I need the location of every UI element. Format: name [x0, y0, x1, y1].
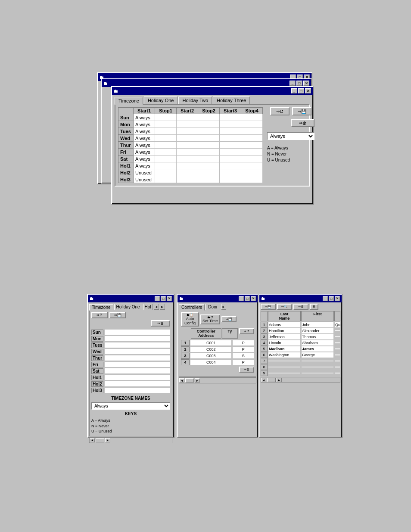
stop1-cell[interactable]: [155, 169, 177, 176]
start2-cell[interactable]: [177, 176, 198, 183]
stop1-cell[interactable]: [155, 142, 177, 149]
start3-cell[interactable]: [220, 121, 241, 128]
extra-button-cards[interactable]: E: [310, 304, 318, 310]
stop4-cell[interactable]: [241, 176, 263, 183]
scroll-right-cards[interactable]: ►: [277, 378, 282, 382]
day-item[interactable]: Sun: [91, 329, 170, 335]
stop4-cell[interactable]: [241, 162, 263, 169]
stop1-cell[interactable]: [155, 176, 177, 183]
close-btn[interactable]: ✕: [303, 81, 309, 86]
maximize-btn[interactable]: □: [329, 296, 334, 301]
start1-cell[interactable]: Always: [134, 135, 155, 142]
close-btn[interactable]: ✕: [251, 296, 256, 301]
start3-cell[interactable]: [220, 169, 241, 176]
stop2-cell[interactable]: [198, 149, 220, 156]
start1-cell[interactable]: Always: [134, 121, 155, 128]
start3-cell[interactable]: [220, 142, 241, 149]
save-button[interactable]: ⇒💾: [292, 107, 311, 115]
close-btn[interactable]: ✕: [335, 296, 340, 301]
tab-holiday-one-bottom[interactable]: Holiday One: [114, 304, 142, 310]
void-button-cards[interactable]: ⇔🔍: [277, 304, 292, 310]
stop1-cell[interactable]: [155, 135, 177, 142]
stop2-cell[interactable]: [198, 169, 220, 176]
day-item[interactable]: Fri: [91, 361, 170, 367]
stop2-cell[interactable]: [198, 128, 220, 135]
day-item[interactable]: Sat: [91, 368, 170, 374]
tab-holiday-one[interactable]: Holiday One: [144, 96, 178, 104]
delete-button-sys[interactable]: ⇒🗑: [239, 367, 254, 373]
save-button-sys[interactable]: ⇒💾: [221, 316, 237, 322]
start1-cell[interactable]: Always: [134, 156, 155, 162]
tab-timezone-bottom[interactable]: Timezone: [89, 304, 113, 311]
start3-cell[interactable]: [220, 176, 241, 183]
stop2-cell[interactable]: [198, 162, 220, 169]
minimize-btn[interactable]: _: [155, 296, 160, 301]
start2-cell[interactable]: [177, 162, 198, 169]
day-item[interactable]: Mon: [91, 336, 170, 342]
scroll-right-sys[interactable]: ►: [195, 378, 200, 383]
start2-cell[interactable]: [177, 114, 198, 121]
start3-cell[interactable]: [220, 162, 241, 169]
day-item[interactable]: Wed: [91, 348, 170, 355]
scroll-right-btn[interactable]: ►: [105, 438, 110, 442]
stop2-cell[interactable]: [198, 156, 220, 162]
stop4-cell[interactable]: [241, 142, 263, 149]
start2-cell[interactable]: [177, 121, 198, 128]
maximize-btn[interactable]: □: [245, 296, 250, 301]
start1-cell[interactable]: Always: [134, 149, 155, 156]
close-btn[interactable]: ✕: [167, 296, 172, 301]
cards-scrollbar[interactable]: ◄ ►: [261, 377, 340, 383]
start2-cell[interactable]: [177, 149, 198, 156]
minimize-btn[interactable]: _: [323, 296, 328, 301]
maximize-btn[interactable]: □: [161, 296, 166, 301]
scroll-right-sys-tab[interactable]: ►: [221, 304, 226, 310]
start1-cell[interactable]: Always: [134, 142, 155, 149]
scroll-right-tab[interactable]: ►: [160, 304, 165, 310]
stop2-cell[interactable]: [198, 142, 220, 149]
start2-cell[interactable]: [177, 169, 198, 176]
stop1-cell[interactable]: [155, 128, 177, 135]
stop4-cell[interactable]: [241, 169, 263, 176]
scroll-left-tab[interactable]: ◄: [154, 304, 159, 310]
stop4-cell[interactable]: [241, 121, 263, 128]
setup-timezones-title-bar[interactable]: 🖿 _ □ ✕: [112, 87, 313, 95]
stop2-cell[interactable]: [198, 135, 220, 142]
timezone-names-dropdown[interactable]: Always: [267, 132, 314, 140]
day-item[interactable]: Thur: [91, 355, 170, 361]
maximize-btn[interactable]: □: [296, 81, 302, 86]
stop1-cell[interactable]: [155, 162, 177, 169]
stop1-cell[interactable]: [155, 121, 177, 128]
start1-cell[interactable]: Always: [134, 114, 155, 121]
new-button-bottom[interactable]: ⇒🗋: [91, 312, 108, 318]
stop2-cell[interactable]: [198, 121, 220, 128]
cards-bottom-title-bar[interactable]: 🖿 _ □ ✕: [259, 295, 342, 302]
stop4-cell[interactable]: [241, 149, 263, 156]
save-button-bottom[interactable]: ⇒💾: [109, 312, 126, 318]
day-item[interactable]: Hol1: [91, 374, 170, 380]
tab-holiday-two[interactable]: Holiday Two: [178, 96, 212, 104]
stop4-cell[interactable]: [241, 128, 263, 135]
save-button-cards[interactable]: ⇒💾: [261, 304, 276, 310]
minimize-btn[interactable]: _: [291, 88, 297, 93]
tz-dropdown-bottom[interactable]: Always: [91, 402, 170, 410]
start1-cell[interactable]: Always: [134, 162, 155, 169]
start1-cell[interactable]: Unused: [134, 169, 155, 176]
new-button[interactable]: ⇒🗋: [270, 107, 290, 115]
minimize-btn[interactable]: _: [239, 296, 244, 301]
scroll-left-btn[interactable]: ◄: [90, 438, 95, 442]
start3-cell[interactable]: [220, 135, 241, 142]
start1-cell[interactable]: Always: [134, 128, 155, 135]
maximize-btn[interactable]: □: [298, 88, 304, 93]
tab-holiday-three[interactable]: Holiday Three: [213, 96, 250, 104]
start2-cell[interactable]: [177, 156, 198, 162]
tz-bottom-title-bar[interactable]: 🖿 _ □ ✕: [88, 295, 174, 302]
start1-cell[interactable]: Unused: [134, 176, 155, 183]
start2-cell[interactable]: [177, 135, 198, 142]
day-item[interactable]: Hol2: [91, 381, 170, 387]
tab-controllers[interactable]: Controllers: [179, 304, 205, 311]
day-item[interactable]: Tues: [91, 342, 170, 348]
start3-cell[interactable]: [220, 156, 241, 162]
start3-cell[interactable]: [220, 149, 241, 156]
start3-cell[interactable]: [220, 128, 241, 135]
tab-timezone[interactable]: Timezone: [115, 97, 143, 105]
